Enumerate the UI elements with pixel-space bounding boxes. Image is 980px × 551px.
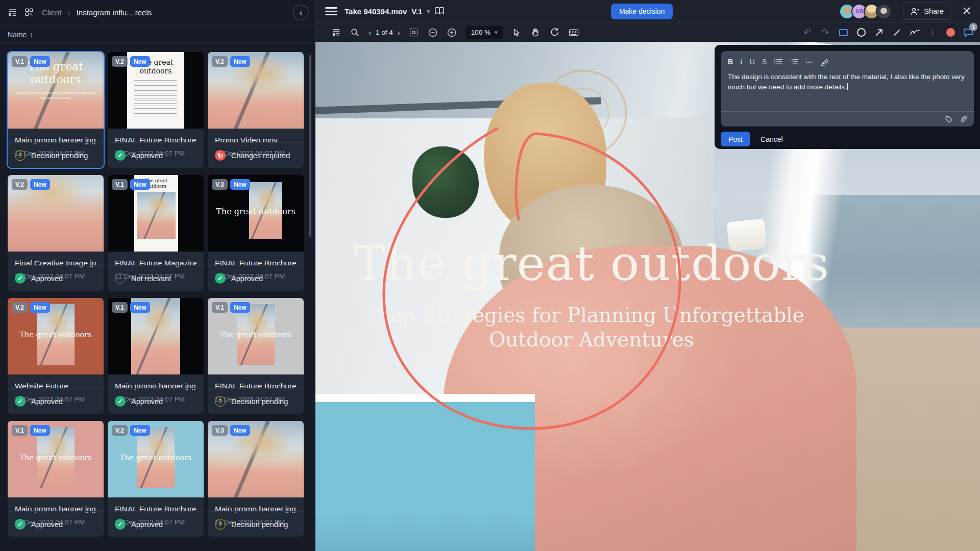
breadcrumb-current[interactable]: Instagram influ... reels: [77, 8, 152, 17]
text-tool-icon[interactable]: I: [927, 27, 938, 38]
viewer-file-version[interactable]: V.1: [411, 7, 422, 16]
file-card[interactable]: V.2 New Promo Video.mov 11 Dec 2023 04:0…: [208, 52, 304, 168]
page-navigation: ‹ 1 of 4 ›: [369, 28, 400, 37]
file-status[interactable]: ↻ Changes required: [208, 142, 304, 168]
file-card[interactable]: The great outdoors The great outdoors V.…: [8, 298, 104, 414]
rectangle-tool-icon[interactable]: [838, 27, 849, 38]
sort-ascending-icon: ↑: [30, 31, 33, 39]
zoom-level-dropdown[interactable]: 100 % ▾: [465, 26, 503, 39]
make-decision-button[interactable]: Make decision: [611, 4, 673, 19]
pages-panel-icon[interactable]: [331, 28, 341, 38]
file-thumbnail: V.3 New: [208, 421, 304, 497]
file-card[interactable]: The great outdoors The great outdoors V.…: [108, 421, 204, 537]
post-button[interactable]: Post: [721, 132, 750, 146]
file-status[interactable]: ✓ Approved: [108, 388, 204, 414]
italic-icon[interactable]: I: [740, 58, 743, 66]
status-icon: ✓: [115, 150, 126, 161]
arrow-tool-icon[interactable]: [873, 27, 885, 38]
bold-icon[interactable]: B: [728, 58, 733, 66]
breadcrumb-project[interactable]: Client: [42, 8, 61, 17]
redo-icon[interactable]: ↷: [820, 27, 831, 38]
file-status[interactable]: ✓ Approved: [8, 265, 104, 291]
share-button[interactable]: Share: [903, 3, 951, 20]
sidebar-collapse-button[interactable]: ‹: [293, 5, 309, 20]
undo-icon[interactable]: ↶: [802, 27, 813, 38]
underline-icon[interactable]: U: [750, 58, 755, 66]
numbered-list-icon[interactable]: [790, 58, 798, 65]
thumbnail-badges: V.2 New: [12, 302, 50, 313]
version-badge: V.2: [112, 56, 128, 67]
zoom-level-value: 100 %: [471, 29, 491, 36]
sidebar-scrollbar[interactable]: [309, 55, 311, 237]
file-status[interactable]: Not relevant: [108, 265, 204, 291]
avatar[interactable]: [876, 4, 892, 19]
ellipse-tool-icon[interactable]: [855, 27, 867, 38]
compare-versions-icon[interactable]: [434, 6, 445, 16]
freehand-pen-tool-icon[interactable]: [909, 27, 920, 38]
rotate-icon[interactable]: [550, 28, 560, 38]
close-icon[interactable]: [962, 6, 973, 17]
status-label: Approved: [131, 520, 163, 529]
viewer-file-title-group[interactable]: Take 940394.mov V.1 ▾: [345, 6, 445, 16]
comment-text-input[interactable]: The design is consistent with the rest o…: [728, 72, 966, 93]
version-badge: V.3: [212, 179, 228, 190]
file-thumbnail: The great outdoors The great outdoors V.…: [108, 421, 204, 497]
file-status[interactable]: ✓ Approved: [208, 265, 304, 291]
viewer: Take 940394.mov V.1 ▾ Make decision AB: [315, 0, 980, 551]
status-icon: ?: [215, 519, 226, 530]
file-card[interactable]: The great outdoors The great outdoors V.…: [208, 175, 304, 291]
search-icon[interactable]: [350, 28, 360, 38]
file-status[interactable]: ? Decision pending: [208, 388, 304, 414]
project-pages-icon[interactable]: [7, 8, 17, 18]
thumbnail-badges: V.1 New: [12, 425, 50, 436]
thumbnail-badges: V.2 New: [112, 425, 150, 436]
keyboard-shortcuts-icon[interactable]: [569, 28, 579, 38]
zoom-out-icon[interactable]: [428, 28, 438, 38]
comment-format-toolbar: B I U S: [728, 56, 967, 68]
strikethrough-icon[interactable]: S: [762, 58, 767, 66]
file-status[interactable]: ✓ Approved: [8, 388, 104, 414]
status-label: Approved: [131, 152, 163, 160]
version-badge: V.1: [112, 302, 128, 313]
pan-hand-icon[interactable]: [531, 28, 541, 38]
comment-compose-box[interactable]: B I U S: [721, 51, 974, 127]
cancel-button[interactable]: Cancel: [755, 135, 788, 143]
file-card[interactable]: V.2 New Final Creative Image.jpg 11 Dec …: [8, 175, 104, 291]
sort-bar[interactable]: Name ↑: [0, 26, 315, 44]
status-icon: ✓: [15, 273, 26, 284]
file-status[interactable]: ✓ Approved: [8, 511, 104, 537]
file-status[interactable]: ? Decision pending: [208, 511, 304, 537]
bullet-list-icon[interactable]: [774, 58, 782, 65]
viewer-file-title: Take 940394.mov: [345, 7, 407, 16]
file-card[interactable]: The great outdoors The great outdoors V.…: [108, 175, 204, 291]
new-badge: New: [30, 302, 50, 313]
select-cursor-icon[interactable]: [512, 28, 522, 38]
file-card[interactable]: The great outdoors The great outdoors V.…: [108, 52, 204, 168]
file-card[interactable]: The great outdoors The great outdoors V.…: [8, 421, 104, 537]
line-tool-icon[interactable]: [891, 27, 902, 38]
menu-icon[interactable]: [325, 7, 337, 15]
thumbnail-badges: V.1 New: [112, 302, 150, 313]
next-page-icon[interactable]: ›: [398, 28, 400, 37]
file-status[interactable]: ✓ Approved: [108, 511, 204, 537]
file-status[interactable]: ✓ Approved: [108, 142, 204, 168]
thumbnail-title: The great outdoors: [108, 454, 204, 462]
tag-icon[interactable]: [945, 115, 953, 123]
file-status[interactable]: ? Decision pending: [8, 142, 104, 168]
draw-annotation-icon[interactable]: [820, 58, 829, 66]
previous-page-icon[interactable]: ‹: [369, 28, 371, 37]
file-card[interactable]: V.3 New Main promo banner.jpg 11 Dec 202…: [208, 421, 304, 537]
grid-apps-icon[interactable]: [24, 8, 35, 18]
thumbnail-title: The great outdoors: [208, 331, 304, 339]
collapse-chevron-icon: ‹: [300, 8, 303, 18]
more-formatting-icon[interactable]: ⋯: [805, 58, 813, 66]
new-badge: New: [230, 425, 250, 436]
attachment-paperclip-icon[interactable]: [959, 115, 968, 123]
file-card[interactable]: The great outdoors The great outdoors V.…: [208, 298, 304, 414]
marquee-zoom-icon[interactable]: [409, 28, 419, 38]
zoom-in-icon[interactable]: [447, 28, 457, 38]
comments-icon[interactable]: 1: [963, 27, 974, 38]
file-card[interactable]: The great outdoors The great outdoors Jo…: [8, 52, 104, 168]
file-card[interactable]: V.1 New Main promo banner.jpg 11 Dec 202…: [108, 298, 204, 414]
annotation-color-swatch[interactable]: [945, 27, 956, 38]
